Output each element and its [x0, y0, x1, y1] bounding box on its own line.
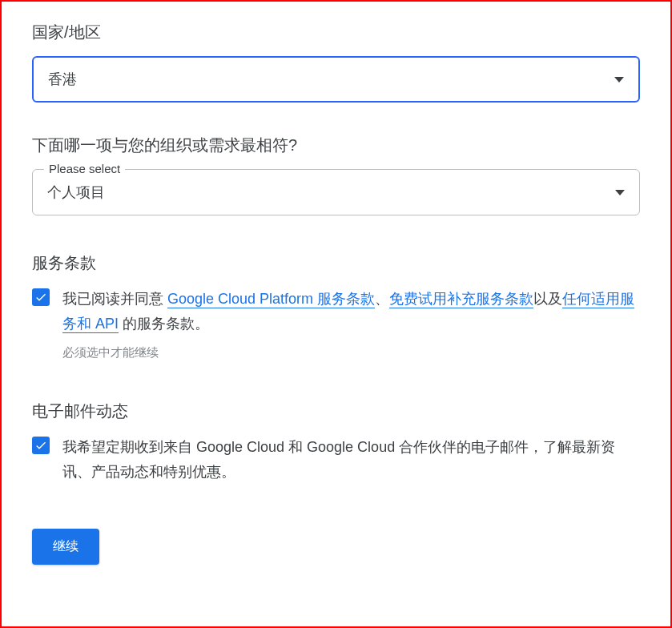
check-icon	[34, 439, 47, 452]
organization-value: 个人项目	[47, 183, 105, 202]
country-label: 国家/地区	[32, 22, 640, 43]
email-updates-text: 我希望定期收到来自 Google Cloud 和 Google Cloud 合作…	[62, 435, 640, 484]
check-icon	[34, 291, 47, 304]
email-updates-section: 电子邮件动态 我希望定期收到来自 Google Cloud 和 Google C…	[32, 401, 640, 484]
terms-checkbox[interactable]	[32, 288, 50, 306]
terms-heading: 服务条款	[32, 252, 640, 274]
caret-down-icon	[614, 77, 624, 83]
caret-down-icon	[615, 190, 625, 195]
organization-section: 下面哪一项与您的组织或需求最相符? Please select 个人项目	[32, 135, 640, 215]
organization-select[interactable]: Please select 个人项目	[32, 169, 640, 215]
country-select[interactable]: 香港	[32, 56, 640, 103]
organization-label: 下面哪一项与您的组织或需求最相符?	[32, 135, 640, 156]
terms-section: 服务条款 我已阅读并同意 Google Cloud Platform 服务条款、…	[32, 252, 640, 360]
country-section: 国家/地区 香港	[32, 22, 640, 103]
country-value: 香港	[48, 70, 77, 89]
terms-text: 我已阅读并同意 Google Cloud Platform 服务条款、免费试用补…	[62, 287, 640, 336]
terms-hint: 必须选中才能继续	[62, 345, 640, 360]
continue-button[interactable]: 继续	[32, 529, 99, 565]
organization-floating-label: Please select	[44, 162, 125, 175]
email-updates-heading: 电子邮件动态	[32, 401, 640, 422]
free-trial-terms-link[interactable]: 免费试用补充服务条款	[389, 291, 533, 308]
email-updates-checkbox[interactable]	[32, 437, 50, 454]
gcp-terms-link[interactable]: Google Cloud Platform 服务条款	[167, 291, 375, 308]
